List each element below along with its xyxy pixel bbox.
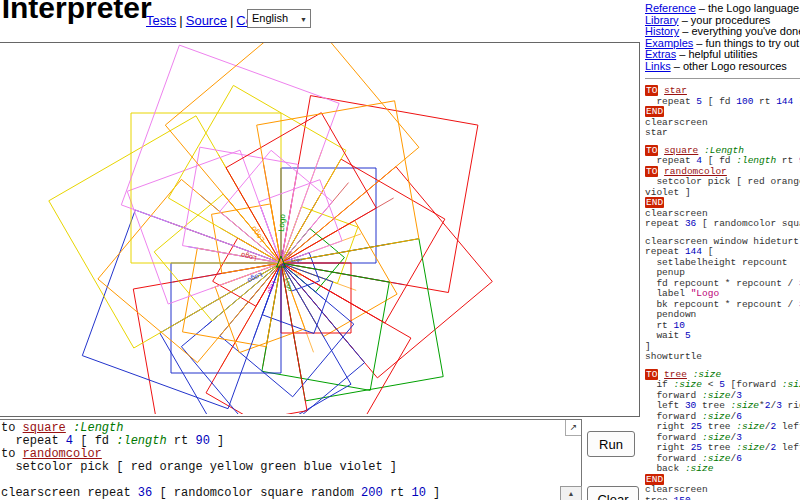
sidebar-item-links: Links – other Logo resources — [645, 61, 800, 73]
app-root: Logo Interpreter Tests|Source|Collaborat… — [0, 0, 800, 500]
source-link[interactable]: Source — [186, 13, 227, 28]
example-code-block-squares[interactable]: TO square :Length repeat 4 [ fd :length … — [645, 146, 800, 230]
examples-desc: – fun things to try out — [693, 37, 799, 49]
chevron-down-icon: ▼ — [300, 11, 307, 28]
sidebar: Reference – the Logo language Library – … — [645, 3, 800, 500]
resize-icon[interactable]: ↗ — [565, 420, 581, 436]
svg-text:Logo: Logo — [240, 251, 257, 263]
reference-desc: – the Logo language — [696, 2, 799, 14]
links-link[interactable]: Links — [645, 60, 671, 72]
reference-link[interactable]: Reference — [645, 2, 696, 14]
editor-content[interactable]: to square :Length repeat 4 [ fd :length … — [1, 422, 563, 500]
extras-link[interactable]: Extras — [645, 48, 676, 60]
svg-text:Logo: Logo — [291, 256, 303, 263]
examples-link[interactable]: Examples — [645, 37, 693, 49]
history-desc: – everything you've done — [679, 25, 800, 37]
resize-glyph: ↗ — [570, 422, 578, 432]
page-title: Logo Interpreter — [0, 0, 152, 25]
library-desc: – your procedures — [679, 14, 771, 26]
history-link[interactable]: History — [645, 25, 679, 37]
code-editor[interactable]: to square :Length repeat 4 [ fd :length … — [0, 419, 582, 500]
tests-link[interactable]: Tests — [146, 13, 176, 28]
links-desc: – other Logo resources — [671, 60, 787, 72]
example-code-block-label-spiral[interactable]: clearscreen window hideturtle repeat 144… — [645, 237, 800, 363]
example-code-block-star[interactable]: TO star repeat 5 [ fd 100 rt 144 ] END c… — [645, 86, 800, 139]
language-select-value: English — [252, 12, 288, 24]
language-select[interactable]: English ▼ — [247, 9, 311, 28]
link-separator: | — [230, 13, 233, 28]
link-separator: | — [179, 13, 182, 28]
library-link[interactable]: Library — [645, 14, 679, 26]
example-code-block-tree[interactable]: TO tree :size if :size < 5 [forward :siz… — [645, 370, 800, 500]
clear-button[interactable]: Clear — [587, 486, 639, 500]
turtle-drawing-svg: LogoLogoLogoLogoLogoLogoLogoLogoLogoLogo — [0, 43, 637, 414]
svg-text:Logo: Logo — [277, 213, 288, 232]
run-button[interactable]: Run — [587, 431, 635, 457]
turtle-canvas[interactable]: LogoLogoLogoLogoLogoLogoLogoLogoLogoLogo — [0, 42, 640, 417]
extras-desc: – helpful utilities — [676, 48, 757, 60]
scroll-up-icon[interactable]: ▲ — [560, 486, 582, 500]
sidebar-divider — [645, 78, 800, 79]
scroll-up-glyph: ▲ — [568, 490, 575, 497]
